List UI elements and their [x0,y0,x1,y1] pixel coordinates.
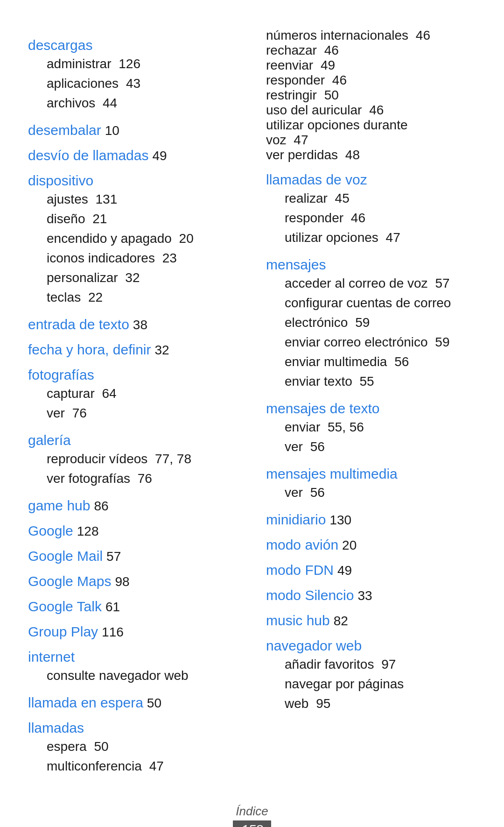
sub-item-label: multiconferencia [47,759,142,773]
sub-item-label: añadir favoritos [285,657,374,671]
sub-item: enviar texto 55 [266,372,476,391]
sub-item: navegar por páginas [266,674,476,694]
index-entry: enviar 55, 56 [266,417,476,437]
sub-item-label: acceder al correo de voz [285,276,428,290]
page-number: 128 [77,524,99,539]
index-heading: minidiario [266,512,326,528]
sub-item-label: rechazar [266,43,317,57]
index-entry: fotografías [28,367,238,383]
page-number: 23 [159,251,177,265]
sub-item: personalizar 32 [28,268,238,288]
footer-page-number: 158 [233,820,272,827]
page-number: 45 [331,191,350,205]
index-heading-row: llamada en espera50 [28,695,238,711]
index-heading-row: fotografías [28,367,238,383]
sub-item: consulte navegador web [28,666,238,686]
sub-item-label: consulte navegador web [47,668,189,683]
page-number: 130 [329,513,351,528]
page-number: 50 [91,739,109,754]
sub-item-label: enviar [285,420,320,434]
sub-item-label: personalizar [47,270,118,285]
page-number: 97 [378,657,396,671]
page-number: 20 [175,231,194,246]
index-heading: Google Talk [28,599,102,615]
sub-item: teclas 22 [28,288,238,307]
index-heading: descargas [28,37,92,53]
index-heading-row: desvío de llamadas49 [28,148,238,163]
sub-item-label: web [285,696,308,711]
index-heading: galería [28,432,71,448]
page-number: 56 [307,485,325,500]
index-heading: dispositivo [28,173,93,189]
index-heading: Group Play [28,624,98,640]
page-number: 131 [92,192,118,206]
index-entry: llamadas [28,720,238,736]
page-number: 47 [382,230,400,245]
index-entry: archivos 44 [28,93,238,113]
index-heading: fotografías [28,367,94,383]
index-heading: Google [28,523,73,539]
index-entry: personalizar 32 [28,268,238,288]
page-number: 46 [347,211,365,225]
index-entry: enviar multimedia 56 [266,352,476,372]
sub-item: ver fotografías 76 [28,469,238,488]
index-entry: modo Silencio33 [266,587,476,603]
index-heading: fecha y hora, definir [28,342,151,358]
index-heading-row: mensajes multimedia [266,466,476,482]
index-heading-row: Group Play116 [28,624,238,640]
page-number: 49 [317,58,335,72]
sub-item: uso del auricular 46 [266,103,476,118]
page-number: 10 [105,123,119,138]
sub-item: rechazar 46 [266,43,476,58]
page-number: 116 [102,625,124,640]
index-entry: modo FDN49 [266,562,476,578]
sub-item: responder 46 [266,208,476,228]
sub-item: utilizar opciones durante [266,118,476,133]
sub-item: aplicaciones 43 [28,74,238,93]
page-number: 46 [321,43,339,57]
sub-item-label: uso del auricular [266,103,362,117]
sub-item-label: administrar [47,57,111,71]
index-entry: web 95 [266,694,476,714]
sub-item: configurar cuentas de correo [266,293,476,313]
page-number: 50 [321,88,339,102]
index-entry: Google128 [28,523,238,539]
sub-item: diseño 21 [28,209,238,229]
index-heading-row: music hub82 [266,613,476,629]
sub-item-label: iconos indicadores [47,251,155,265]
sub-item-label: electrónico [285,315,348,330]
page-number: 76 [134,471,152,486]
index-entry: aplicaciones 43 [28,74,238,93]
page-number: 32 [154,343,169,358]
index-entry: responder 46 [266,208,476,228]
index-entry: voz 47 [266,133,476,148]
index-entry: acceder al correo de voz 57 [266,274,476,293]
sub-item: añadir favoritos 97 [266,655,476,674]
index-entry: galería [28,432,238,448]
index-entry: restringir 50 [266,88,476,103]
sub-item: ver 56 [266,437,476,457]
page-number: 98 [115,574,129,589]
sub-item: voz 47 [266,133,476,148]
index-entry: Google Mail57 [28,548,238,564]
index-heading-row: minidiario130 [266,512,476,528]
index-heading-row: navegador web [266,638,476,654]
index-entry: números internacionales 46 [266,28,476,43]
index-heading-row: fecha y hora, definir32 [28,342,238,358]
page-number: 47 [146,759,164,773]
index-heading-row: modo avión20 [266,537,476,553]
page-number: 46 [365,103,384,117]
index-entry: ver 56 [266,483,476,502]
page-number: 49 [337,563,352,578]
index-entry: responder 46 [266,73,476,88]
sub-item: web 95 [266,694,476,714]
page-number: 86 [94,499,108,514]
sub-item: utilizar opciones 47 [266,228,476,247]
index-entry: iconos indicadores 23 [28,248,238,268]
index-heading-row: mensajes [266,257,476,273]
sub-item: ajustes 131 [28,190,238,209]
index-heading: desvío de llamadas [28,148,149,163]
sub-item: ver perdidas 48 [266,148,476,163]
index-entry: ver fotografías 76 [28,469,238,488]
page-number: 21 [89,212,107,226]
